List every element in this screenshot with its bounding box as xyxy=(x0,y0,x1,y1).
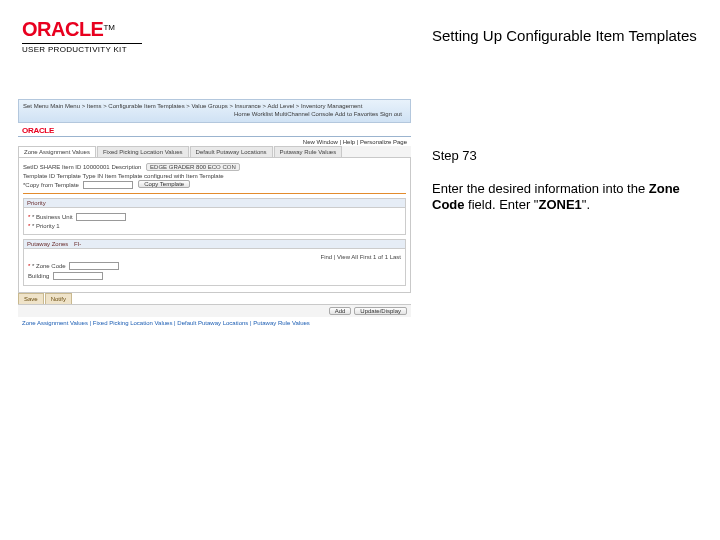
shot-item-info: SetID SHARE Item ID 10000001 Description xyxy=(23,164,141,170)
zone-code-input[interactable] xyxy=(69,262,119,270)
logo-subtitle: USER PRODUCTIVITY KIT xyxy=(22,45,142,54)
tab-putaway-rule[interactable]: Putaway Rule Values xyxy=(274,146,343,157)
logo-tm: TM xyxy=(103,23,115,32)
shot-footer: Add Update/Display xyxy=(18,304,411,317)
panel-putaway-header: Putaway Zones FI- xyxy=(24,240,405,249)
shot-item-desc: EDGE GRADER 800 ECO CON xyxy=(146,163,240,171)
copy-template-button[interactable]: Copy Template xyxy=(138,180,190,188)
shot-topbar: Set Menu Main Menu > Items > Configurabl… xyxy=(18,99,411,123)
save-tab[interactable]: Save xyxy=(18,293,44,304)
priority-label: * Priority 1 xyxy=(32,223,60,229)
logo: ORACLETM USER PRODUCTIVITY KIT xyxy=(22,18,142,54)
logo-brand: ORACLE xyxy=(22,18,103,40)
instruction-mid: field. Enter " xyxy=(465,197,539,212)
panel-putaway-title: Putaway Zones xyxy=(27,241,68,247)
tab-zone-assignment[interactable]: Zone Assignment Values xyxy=(18,146,96,157)
page-title: Setting Up Configurable Item Templates xyxy=(432,27,697,44)
shot-bottom-crumb: Zone Assignment Values | Fixed Picking L… xyxy=(18,317,411,329)
tab-fixed-picking[interactable]: Fixed Picking Location Values xyxy=(97,146,189,157)
shot-bottom-tabs: Save Notify xyxy=(18,293,411,304)
shot-divider xyxy=(18,136,411,137)
building-input[interactable] xyxy=(53,272,103,280)
instruction-text: Enter the desired information into the Z… xyxy=(432,181,702,214)
add-button[interactable]: Add xyxy=(329,307,352,315)
tab-default-putaway[interactable]: Default Putaway Locations xyxy=(190,146,273,157)
shot-tabs: Zone Assignment Values Fixed Picking Loc… xyxy=(18,146,411,158)
shot-template-info: Template ID Template Type IN Item Templa… xyxy=(23,173,406,179)
panel-priority-header: Priority xyxy=(24,199,405,208)
shot-helplinks: New Window | Help | Personalize Page xyxy=(18,139,411,146)
panel-pager: Find | View All First 1 of 1 Last xyxy=(28,254,401,260)
shot-orange-divider xyxy=(23,193,406,194)
business-unit-label: * Business Unit xyxy=(32,213,73,219)
building-label: Building xyxy=(28,272,49,278)
update-display-button[interactable]: Update/Display xyxy=(354,307,407,315)
panel-putaway-sub: FI- xyxy=(74,241,81,247)
shot-copy-label: *Copy from Template xyxy=(23,181,79,187)
embedded-screenshot: Set Menu Main Menu > Items > Configurabl… xyxy=(18,99,411,329)
zone-code-label: * Zone Code xyxy=(32,262,66,268)
shot-breadcrumb: Set Menu Main Menu > Items > Configurabl… xyxy=(23,103,406,111)
instruction-value: ZONE1 xyxy=(538,197,581,212)
logo-divider xyxy=(22,43,142,44)
shot-logo-row: ORACLE xyxy=(18,123,411,135)
step-label: Step 73 xyxy=(432,148,702,163)
panel-priority: Priority * * Business Unit * * Priority … xyxy=(23,198,406,235)
instruction-pre: Enter the desired information into the xyxy=(432,181,649,196)
shot-body: SetID SHARE Item ID 10000001 Description… xyxy=(18,158,411,293)
business-unit-input[interactable] xyxy=(76,213,126,221)
shot-copy-line: *Copy from Template Copy Template xyxy=(23,181,406,189)
shot-item-line: SetID SHARE Item ID 10000001 Description… xyxy=(23,163,406,171)
shot-navlinks: Home Worklist MultiChannel Console Add t… xyxy=(23,111,406,119)
copy-template-input[interactable] xyxy=(83,181,133,189)
notify-tab[interactable]: Notify xyxy=(45,293,72,304)
instruction-post: ". xyxy=(582,197,590,212)
shot-oracle-logo: ORACLE xyxy=(22,126,54,135)
panel-putaway-zones: Putaway Zones FI- Find | View All First … xyxy=(23,239,406,286)
